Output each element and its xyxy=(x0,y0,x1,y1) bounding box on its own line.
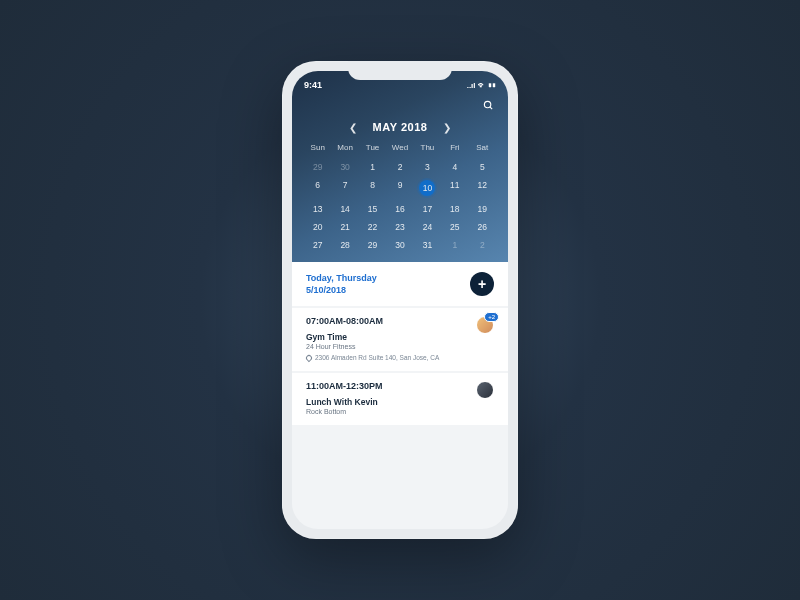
day-cell[interactable]: 24 xyxy=(414,218,441,236)
calendar-grid: SunMonTueWedThuFriSat 293012345678910111… xyxy=(292,143,508,254)
location-pin-icon xyxy=(305,354,313,362)
today-label: Today, Thursday xyxy=(306,272,377,284)
day-cell[interactable]: 31 xyxy=(414,236,441,254)
event-subtitle: 24 Hour Fitness xyxy=(306,343,494,350)
phone-frame: 9:41 ..ıl ᯤ ▮▮ ❮ MAY 2018 ❯ SunMonTueWed… xyxy=(282,61,518,539)
dow-label: Wed xyxy=(386,143,413,152)
day-cell[interactable]: 15 xyxy=(359,200,386,218)
event-card[interactable]: 11:00AM-12:30PMLunch With KevinRock Bott… xyxy=(292,373,508,425)
day-cell[interactable]: 7 xyxy=(331,176,358,200)
calendar-header-section: 9:41 ..ıl ᯤ ▮▮ ❮ MAY 2018 ❯ SunMonTueWed… xyxy=(292,71,508,262)
day-cell[interactable]: 17 xyxy=(414,200,441,218)
event-title: Lunch With Kevin xyxy=(306,397,494,407)
notch xyxy=(348,61,452,80)
day-cell[interactable]: 14 xyxy=(331,200,358,218)
today-header: Today, Thursday 5/10/2018 + xyxy=(292,262,508,306)
day-cell[interactable]: 16 xyxy=(386,200,413,218)
add-event-button[interactable]: + xyxy=(470,272,494,296)
today-date: 5/10/2018 xyxy=(306,284,377,296)
search-icon[interactable] xyxy=(483,97,494,115)
day-cell[interactable]: 6 xyxy=(304,176,331,200)
day-cell[interactable]: 1 xyxy=(359,158,386,176)
day-cell[interactable]: 5 xyxy=(469,158,496,176)
month-title: MAY 2018 xyxy=(373,121,428,133)
svg-point-0 xyxy=(484,101,490,107)
next-month-button[interactable]: ❯ xyxy=(443,122,451,133)
day-cell[interactable]: 30 xyxy=(331,158,358,176)
day-cell[interactable]: 10 xyxy=(414,176,441,200)
event-location: 2306 Almaden Rd Suite 140, San Jose, CA xyxy=(306,354,494,361)
month-navigator: ❮ MAY 2018 ❯ xyxy=(292,117,508,143)
day-cell[interactable]: 21 xyxy=(331,218,358,236)
day-cell[interactable]: 4 xyxy=(441,158,468,176)
dow-label: Sat xyxy=(469,143,496,152)
day-cell[interactable]: 22 xyxy=(359,218,386,236)
day-cell[interactable]: 19 xyxy=(469,200,496,218)
dow-label: Tue xyxy=(359,143,386,152)
avatar-count-badge: +2 xyxy=(484,312,499,322)
dow-label: Sun xyxy=(304,143,331,152)
event-time: 11:00AM-12:30PM xyxy=(306,381,494,391)
event-subtitle: Rock Bottom xyxy=(306,408,494,415)
day-cell[interactable]: 11 xyxy=(441,176,468,200)
event-card[interactable]: 07:00AM-08:00AM+2Gym Time24 Hour Fitness… xyxy=(292,308,508,371)
day-cell[interactable]: 9 xyxy=(386,176,413,200)
day-cell[interactable]: 2 xyxy=(469,236,496,254)
day-cell[interactable]: 27 xyxy=(304,236,331,254)
day-cell[interactable]: 18 xyxy=(441,200,468,218)
day-cell[interactable]: 1 xyxy=(441,236,468,254)
dow-label: Fri xyxy=(441,143,468,152)
screen: 9:41 ..ıl ᯤ ▮▮ ❮ MAY 2018 ❯ SunMonTueWed… xyxy=(292,71,508,529)
dow-label: Mon xyxy=(331,143,358,152)
day-cell[interactable]: 28 xyxy=(331,236,358,254)
day-cell[interactable]: 29 xyxy=(304,158,331,176)
day-cell[interactable]: 29 xyxy=(359,236,386,254)
prev-month-button[interactable]: ❮ xyxy=(349,122,357,133)
status-time: 9:41 xyxy=(304,80,322,90)
day-cell[interactable]: 25 xyxy=(441,218,468,236)
event-time: 07:00AM-08:00AM xyxy=(306,316,494,326)
day-cell[interactable]: 8 xyxy=(359,176,386,200)
events-section: Today, Thursday 5/10/2018 + 07:00AM-08:0… xyxy=(292,262,508,425)
day-cell[interactable]: 23 xyxy=(386,218,413,236)
day-cell[interactable]: 20 xyxy=(304,218,331,236)
dow-label: Thu xyxy=(414,143,441,152)
status-indicators: ..ıl ᯤ ▮▮ xyxy=(467,81,496,90)
svg-line-1 xyxy=(490,107,492,109)
event-title: Gym Time xyxy=(306,332,494,342)
day-cell[interactable]: 30 xyxy=(386,236,413,254)
day-cell[interactable]: 26 xyxy=(469,218,496,236)
day-cell[interactable]: 12 xyxy=(469,176,496,200)
day-cell[interactable]: 13 xyxy=(304,200,331,218)
day-cell[interactable]: 2 xyxy=(386,158,413,176)
day-cell[interactable]: 3 xyxy=(414,158,441,176)
